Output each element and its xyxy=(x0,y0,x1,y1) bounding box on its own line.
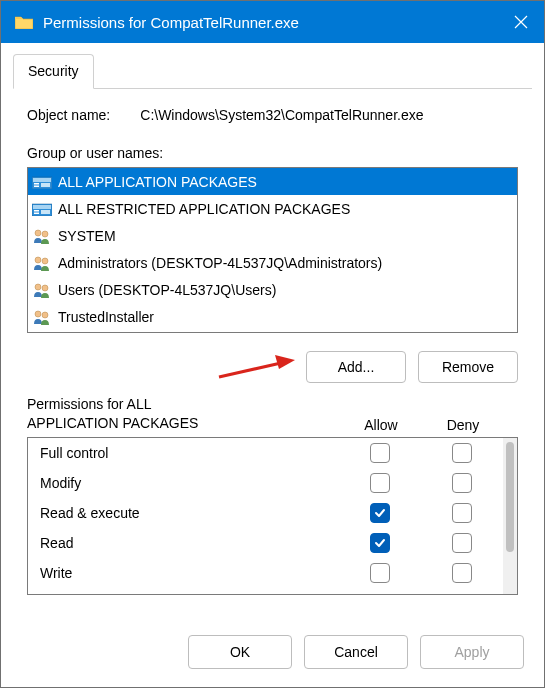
add-button[interactable]: Add... xyxy=(306,351,406,383)
group-item[interactable]: ALL APPLICATION PACKAGES xyxy=(28,168,517,195)
svg-point-16 xyxy=(35,311,41,317)
group-item-label: SYSTEM xyxy=(58,228,116,244)
object-name-label: Object name: xyxy=(27,107,110,123)
annotation-arrow-icon xyxy=(217,355,297,383)
tab-content: Object name: C:\Windows\System32\CompatT… xyxy=(13,89,532,621)
svg-rect-6 xyxy=(33,205,51,209)
object-name-value: C:\Windows\System32\CompatTelRunner.exe xyxy=(140,107,423,123)
deny-checkbox[interactable] xyxy=(452,533,472,553)
ok-button[interactable]: OK xyxy=(188,635,292,669)
group-item[interactable]: Administrators (DESKTOP-4L537JQ\Administ… xyxy=(28,249,517,276)
users-icon xyxy=(32,228,52,244)
window-title: Permissions for CompatTelRunner.exe xyxy=(43,14,498,31)
permission-row: Modify xyxy=(28,468,503,498)
deny-checkbox[interactable] xyxy=(452,503,472,523)
svg-point-10 xyxy=(35,230,41,236)
permission-name: Read & execute xyxy=(40,505,339,521)
svg-point-14 xyxy=(35,284,41,290)
tabstrip: Security xyxy=(13,53,532,89)
permissions-dialog: Permissions for CompatTelRunner.exe Secu… xyxy=(0,0,545,688)
group-item-label: ALL APPLICATION PACKAGES xyxy=(58,174,257,190)
package-icon xyxy=(32,174,52,190)
users-icon xyxy=(32,309,52,325)
scrollbar[interactable] xyxy=(503,438,517,594)
group-item-label: TrustedInstaller xyxy=(58,309,154,325)
permission-name: Modify xyxy=(40,475,339,491)
deny-checkbox[interactable] xyxy=(452,563,472,583)
permission-name: Write xyxy=(40,565,339,581)
close-button[interactable] xyxy=(498,1,544,43)
group-item[interactable]: TrustedInstaller xyxy=(28,303,517,330)
scrollbar-thumb[interactable] xyxy=(506,442,514,552)
permissions-listbox: Full controlModifyRead & executeReadWrit… xyxy=(27,437,518,595)
permissions-for-label: Permissions for ALL APPLICATION PACKAGES xyxy=(27,395,340,433)
group-item[interactable]: ALL RESTRICTED APPLICATION PACKAGES xyxy=(28,195,517,222)
svg-point-12 xyxy=(35,257,41,263)
permissions-header: Permissions for ALL APPLICATION PACKAGES… xyxy=(27,395,518,433)
deny-checkbox[interactable] xyxy=(452,443,472,463)
group-item-label: Users (DESKTOP-4L537JQ\Users) xyxy=(58,282,276,298)
svg-rect-9 xyxy=(41,210,50,214)
permission-row: Full control xyxy=(28,438,503,468)
deny-checkbox[interactable] xyxy=(452,473,472,493)
svg-point-15 xyxy=(42,285,48,291)
users-icon xyxy=(32,282,52,298)
titlebar: Permissions for CompatTelRunner.exe xyxy=(1,1,544,43)
svg-point-11 xyxy=(42,231,48,237)
svg-rect-2 xyxy=(34,183,39,185)
svg-rect-3 xyxy=(34,185,39,187)
permission-row: Read & execute xyxy=(28,498,503,528)
permission-row: Write xyxy=(28,558,503,588)
permission-row: Read xyxy=(28,528,503,558)
permission-name: Full control xyxy=(40,445,339,461)
group-item[interactable]: Users (DESKTOP-4L537JQ\Users) xyxy=(28,276,517,303)
allow-checkbox[interactable] xyxy=(370,563,390,583)
svg-rect-4 xyxy=(41,183,50,187)
groups-label: Group or user names: xyxy=(27,145,518,161)
groups-listbox[interactable]: ALL APPLICATION PACKAGESALL RESTRICTED A… xyxy=(27,167,518,333)
remove-button[interactable]: Remove xyxy=(418,351,518,383)
group-item-label: Administrators (DESKTOP-4L537JQ\Administ… xyxy=(58,255,382,271)
tab-security[interactable]: Security xyxy=(13,54,94,89)
apply-button[interactable]: Apply xyxy=(420,635,524,669)
svg-rect-8 xyxy=(34,212,39,214)
allow-checkbox[interactable] xyxy=(370,503,390,523)
svg-point-13 xyxy=(42,258,48,264)
col-header-deny: Deny xyxy=(422,417,504,433)
col-header-allow: Allow xyxy=(340,417,422,433)
group-item[interactable]: SYSTEM xyxy=(28,222,517,249)
svg-line-18 xyxy=(219,363,281,377)
allow-checkbox[interactable] xyxy=(370,533,390,553)
svg-rect-7 xyxy=(34,210,39,212)
allow-checkbox[interactable] xyxy=(370,473,390,493)
group-item-label: ALL RESTRICTED APPLICATION PACKAGES xyxy=(58,201,350,217)
object-name-row: Object name: C:\Windows\System32\CompatT… xyxy=(27,107,518,123)
folder-icon xyxy=(15,15,33,29)
group-buttons-row: Add... Remove xyxy=(27,351,518,383)
cancel-button[interactable]: Cancel xyxy=(304,635,408,669)
svg-rect-1 xyxy=(33,178,51,182)
dialog-footer: OK Cancel Apply xyxy=(1,621,544,687)
allow-checkbox[interactable] xyxy=(370,443,390,463)
dialog-body: Security Object name: C:\Windows\System3… xyxy=(1,43,544,621)
svg-marker-19 xyxy=(275,355,295,369)
permission-name: Read xyxy=(40,535,339,551)
svg-point-17 xyxy=(42,312,48,318)
package-icon xyxy=(32,201,52,217)
users-icon xyxy=(32,255,52,271)
